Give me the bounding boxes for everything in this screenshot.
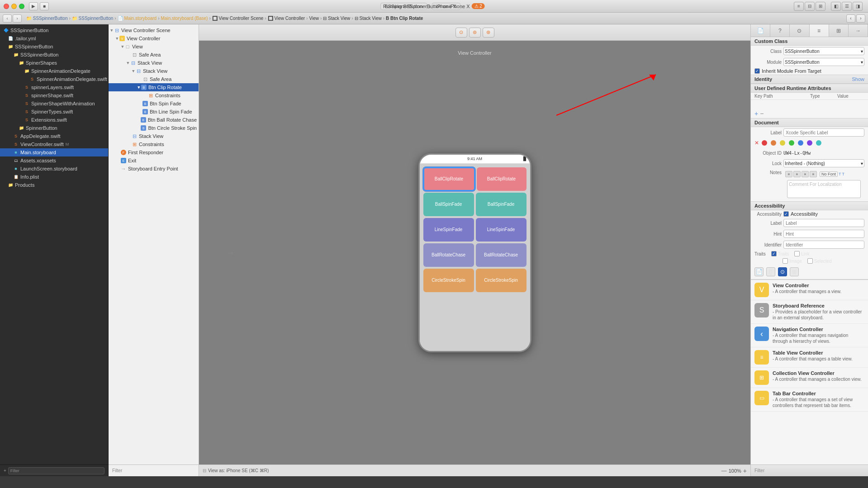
acc-icon-2[interactable]: {} xyxy=(766,267,775,276)
nav-item-animdelegate-swift[interactable]: S SpinnerAnimationDelegate.swift xyxy=(0,75,108,83)
version-editor-button[interactable]: ⊟ xyxy=(805,2,815,11)
color-x-btn[interactable]: ✕ xyxy=(754,140,759,146)
notes-textarea[interactable]: Comment For Localization xyxy=(787,180,861,198)
trait-image-checkbox[interactable] xyxy=(783,258,788,264)
acc-label-input[interactable] xyxy=(783,219,864,227)
nav-back[interactable]: ‹ xyxy=(3,14,12,23)
close-button[interactable] xyxy=(4,4,9,9)
nav-item-extensions[interactable]: S Extensions.swift xyxy=(0,116,108,124)
notes-justify[interactable]: ≡ xyxy=(810,171,817,177)
nav-item-launchscreen[interactable]: ■ LaunchScreen.storyboard xyxy=(0,165,108,173)
doc-lock-dropdown[interactable]: Inherited - (Nothing) ▾ xyxy=(783,159,864,167)
udra-add[interactable]: + xyxy=(754,110,758,117)
btn-ballcliprotate-1[interactable]: BallClipRotate xyxy=(423,167,475,191)
btn-ballspinfade-2[interactable]: BallSpinFade xyxy=(476,193,526,216)
nav-item-spinnerlayers[interactable]: S spinnerLayers.swift xyxy=(0,83,108,91)
lib-item-storyref[interactable]: S Storyboard Reference - Provides a plac… xyxy=(751,300,868,324)
udra-remove[interactable]: − xyxy=(760,110,764,117)
debug-toggle[interactable]: ☰ xyxy=(842,2,852,11)
nav-item-assets[interactable]: 🗂 Assets.xcassets xyxy=(0,156,108,165)
run-button[interactable]: ▶ xyxy=(29,2,38,10)
bc-stack2[interactable]: ⊟ Stack View xyxy=(355,16,382,21)
stop-button[interactable]: ■ xyxy=(40,2,49,10)
nav-item-ssproject[interactable]: 🔷 SSSpinnerButton xyxy=(0,26,108,34)
bc-nav-prev[interactable]: ‹ xyxy=(846,14,855,23)
canvas-btn3[interactable]: ⊛ xyxy=(483,28,494,38)
scene-constraints2[interactable]: ⊞ Constraints xyxy=(109,140,199,148)
notes-align-center[interactable]: ≡ xyxy=(793,171,801,177)
inspector-tab-attributes[interactable]: ≡ xyxy=(810,24,829,37)
btn-circlestrokespin-1[interactable]: CircleStrokeSpin xyxy=(423,269,474,292)
color-yellow[interactable] xyxy=(780,140,785,146)
nav-item-tailor[interactable]: 📄 .tailor.yml xyxy=(0,34,108,43)
scene-firstresponder[interactable]: F First Responder xyxy=(109,148,199,156)
bc-stack1[interactable]: ⊟ Stack View xyxy=(323,16,350,21)
inspector-tab-quick[interactable]: ? xyxy=(770,24,790,37)
inherit-module-checkbox[interactable]: ✓ xyxy=(754,68,760,74)
bc-storyboard-base[interactable]: Main.storyboard (Base) xyxy=(161,16,208,21)
nav-item-spinershapes[interactable]: 📁 SpinerShapes xyxy=(0,59,108,67)
btn-linespinfade-2[interactable]: LineSpinFade xyxy=(476,218,526,242)
scene-stackview3[interactable]: ⊟ Stack View xyxy=(109,132,199,140)
nav-item-ssfolder[interactable]: 📁 SSSpinnerButton xyxy=(0,43,108,51)
view-as-selector[interactable]: ⊟ View as: iPhone SE (⌘C ⌘R) xyxy=(203,468,269,473)
scene-stackview1[interactable]: ▶ ⊟ Stack View xyxy=(109,59,199,67)
nav-item-spinnershapeanim[interactable]: S SpinnerShapeWithAnimation xyxy=(0,99,108,108)
lib-item-tablevc[interactable]: ≡ Table View Controller - A controller t… xyxy=(751,347,868,368)
nav-item-spinnertypes[interactable]: S SpinnerTypes.swift xyxy=(0,108,108,116)
scene-vc[interactable]: ▶ V View Controller xyxy=(109,34,199,43)
notes-font-btn[interactable]: No Font xyxy=(820,171,838,177)
btn-ballrotatechase-1[interactable]: BallRotateChase xyxy=(423,243,474,267)
inspector-tab-size[interactable]: ⊞ xyxy=(829,24,849,37)
btn-ballrotatechase-2[interactable]: BallRotateChase xyxy=(476,243,526,267)
nav-item-products[interactable]: 📁 Products xyxy=(0,181,108,189)
scene-safearea2[interactable]: ⊡ Safe Area xyxy=(109,75,199,83)
nav-item-ssbtnfolder[interactable]: 📁 SSSpinnerButton xyxy=(0,51,108,59)
zoom-in[interactable]: + xyxy=(743,467,747,474)
trait-button-checkbox[interactable]: ✓ xyxy=(771,251,777,256)
trait-link-checkbox[interactable] xyxy=(794,251,800,256)
btn-circlestrokespin-2[interactable]: CircleStrokeSpin xyxy=(476,269,526,292)
lib-item-vc[interactable]: V View Controller - A controller that ma… xyxy=(751,280,868,300)
nav-item-spinbtn[interactable]: 📁 SpinnerButton xyxy=(0,124,108,132)
color-teal[interactable] xyxy=(816,140,821,146)
acc-icon-1[interactable]: 📄 xyxy=(754,267,764,276)
scene-entrypoint[interactable]: → Storyboard Entry Point xyxy=(109,165,199,173)
doc-label-input[interactable] xyxy=(783,128,864,137)
color-purple[interactable] xyxy=(807,140,812,146)
notes-t-btn[interactable]: T xyxy=(839,172,841,176)
acc-enabled-checkbox[interactable]: ✓ xyxy=(783,211,789,217)
acc-identifier-input[interactable] xyxy=(783,241,864,249)
color-blue[interactable] xyxy=(798,140,803,146)
class-dropdown[interactable]: SSSpinnerButton ▾ xyxy=(783,47,864,55)
notes-t2-btn[interactable]: T xyxy=(842,172,845,176)
notes-align-left[interactable]: ≡ xyxy=(785,171,792,177)
scene-btn-linespinfade[interactable]: B Btn Line Spin Fade xyxy=(109,108,199,116)
zoom-out[interactable]: — xyxy=(721,468,727,474)
bc-nav-next[interactable]: › xyxy=(856,14,865,23)
scene-btn-circlestrokespin[interactable]: B Btn Circle Stroke Spin xyxy=(109,124,199,132)
nav-forward[interactable]: › xyxy=(13,14,22,23)
bc-group[interactable]: 📁 SSSpinnerButton xyxy=(72,16,114,21)
lib-item-tabbarvc[interactable]: ▭ Tab Bar Controller - A controller that… xyxy=(751,388,868,412)
navigator-toggle[interactable]: ◧ xyxy=(831,2,841,11)
module-dropdown[interactable]: SSSpinnerButton ▾ xyxy=(783,58,864,66)
scene-exit[interactable]: E Exit xyxy=(109,156,199,165)
color-red[interactable] xyxy=(762,140,767,146)
scene-safearea[interactable]: ⊡ Safe Area xyxy=(109,51,199,59)
scene-constraints1[interactable]: ⊞ Constraints xyxy=(109,91,199,99)
canvas-btn1[interactable]: ⊙ xyxy=(455,28,467,38)
minimize-button[interactable] xyxy=(11,4,17,9)
canvas-btn2[interactable]: ⊚ xyxy=(469,28,481,38)
nav-item-infoplist[interactable]: 📋 Info.plist xyxy=(0,173,108,181)
scene-btn-cliprotate[interactable]: ▶ B Btn Clip Rotate xyxy=(109,83,199,91)
bc-btn[interactable]: B Btn Clip Rotate xyxy=(386,16,423,21)
identity-show-btn[interactable]: Show xyxy=(852,76,864,82)
inspector-tab-identity[interactable]: ⊙ xyxy=(790,24,809,37)
acc-hint-input[interactable] xyxy=(783,230,864,238)
lib-item-navvc[interactable]: ‹ Navigation Controller - A controller t… xyxy=(751,324,868,347)
color-orange[interactable] xyxy=(771,140,776,146)
color-green[interactable] xyxy=(789,140,794,146)
nav-item-animdelegate[interactable]: 📁 SpinnerAnimationDelegate xyxy=(0,67,108,75)
window-controls[interactable] xyxy=(4,4,24,9)
